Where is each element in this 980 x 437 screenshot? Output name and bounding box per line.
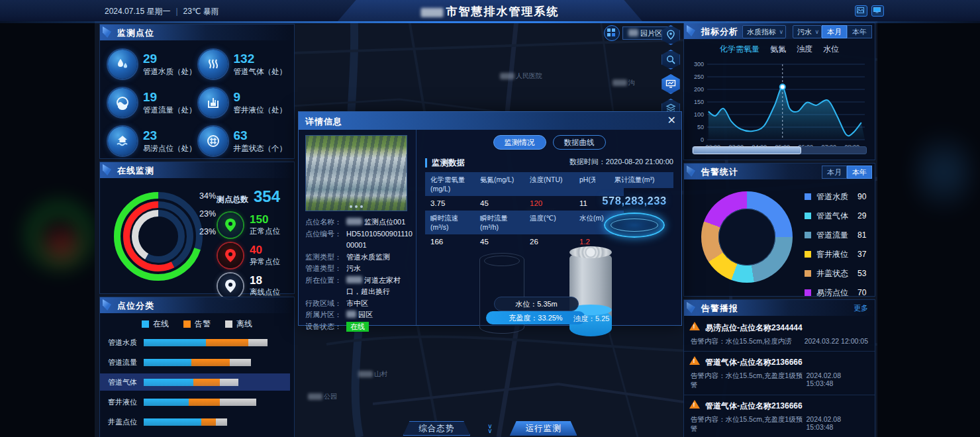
fullness-pill: 充盈度：33.25% — [486, 311, 585, 324]
map-place-label: 公园 — [308, 392, 337, 401]
legend-item[interactable]: 窨井液位37 — [805, 246, 866, 262]
normal-points-stat[interactable]: 150正常点位 — [218, 213, 280, 238]
col-header: 氨氮(mg/L) — [475, 172, 524, 196]
month-button[interactable]: 本月 — [822, 166, 847, 179]
stat-value: 29 — [143, 52, 197, 66]
bar-legend-item[interactable]: 在线 — [142, 318, 169, 330]
total-flow-label: 累计流量(m³) — [595, 172, 673, 188]
site-photo[interactable] — [305, 135, 407, 211]
manhole-icon — [199, 126, 228, 156]
edge-glow-green — [20, 192, 99, 278]
legend-item[interactable]: 井盖状态53 — [805, 266, 866, 281]
cell-value: 45 — [475, 196, 524, 211]
offline-points-stat[interactable]: 18离线点位 — [218, 273, 280, 299]
total-flow-widget: 累计流量(m³) 578,283,233 — [595, 172, 673, 238]
stat-value: 23 — [143, 129, 197, 142]
col-header: 瞬时流速(m³/s) — [425, 211, 475, 234]
stat-well-level[interactable]: 9窨井液位（处） — [199, 88, 289, 117]
bar-row[interactable]: 井盖点位 — [108, 414, 285, 429]
grid-icon — [604, 25, 620, 41]
offline-pin-icon — [218, 273, 243, 299]
district-selector[interactable]: 园片区 — [604, 26, 668, 40]
col-header: 瞬时流量(m³/h) — [475, 211, 524, 234]
col-header: 浊度(NTU) — [524, 172, 574, 196]
warning-icon — [689, 400, 700, 409]
legend-item[interactable]: 易涝点位70 — [805, 285, 866, 301]
tab-data-curve[interactable]: 数据曲线 — [553, 135, 606, 150]
close-icon[interactable]: ✕ — [667, 114, 676, 126]
normal-pin-icon — [218, 213, 243, 238]
picture-icon[interactable] — [855, 5, 867, 17]
abnormal-points-stat[interactable]: 40异常点位 — [218, 243, 280, 268]
map-place-label: 沟 — [612, 78, 635, 87]
bar-row[interactable]: 窨井液位 — [108, 395, 285, 409]
bar-row[interactable]: 管道气体 — [108, 375, 285, 389]
tab-nh3n[interactable]: 氨氮 — [770, 44, 786, 55]
tab-overall-situation[interactable]: 综合态势 — [403, 421, 470, 436]
legend-item[interactable]: 管道水质90 — [805, 189, 866, 205]
stat-pipe-flow[interactable]: 19管道流量（处） — [108, 88, 199, 117]
stat-pipe-water-quality[interactable]: 29管道水质（处） — [108, 50, 199, 79]
cell-value: 3.75 — [425, 196, 475, 211]
chevron-down-icon[interactable]: ∨∨ — [487, 424, 492, 433]
tab-operation-monitor[interactable]: 运行监测 — [510, 421, 577, 436]
detail-modal: 详情信息 ✕ 点位名称：监测点位001 点位编号：HD5101050090111… — [298, 111, 682, 326]
online-rings-chart — [107, 182, 213, 288]
stat-label: 井盖状态（个） — [234, 144, 287, 154]
water-quality-icon — [108, 50, 137, 79]
stacked-bar-chart: 管道水质 管道流量 管道气体 窨井液位 井盖点位 易涝点位 0 20 40 60… — [100, 335, 294, 437]
alarm-item[interactable]: 管道气体-点位名称2136666 告警内容：水位15.5cm,充盈度1级预警20… — [684, 352, 875, 395]
tab-turbidity[interactable]: 浊度 — [797, 44, 812, 55]
stat-value: 9 — [234, 91, 287, 104]
svg-text:250: 250 — [694, 73, 704, 80]
smart-drainage-dashboard: { "header": { "date": "2024.07.15 星期一", … — [0, 0, 980, 437]
stat-manhole-status[interactable]: 63井盖状态（个） — [199, 126, 289, 156]
year-button[interactable]: 本年 — [847, 166, 872, 179]
alarm-item[interactable]: 易涝点位-点位名称2344444 告警内容：水位15.5cm,轻度内涝2024.… — [684, 317, 875, 352]
more-link[interactable]: 更多 — [854, 303, 868, 313]
indicator-type-select[interactable]: 水质指标 — [742, 25, 786, 38]
water-level-pill: 水位：5.35m — [494, 297, 579, 311]
legend-item[interactable]: 管道流量81 — [805, 227, 866, 243]
stat-label: 管道流量（处） — [143, 105, 197, 115]
stat-label: 易涝点位（处） — [143, 144, 197, 154]
locate-tool-button[interactable] — [661, 25, 681, 45]
water-type-select[interactable]: 污水 — [793, 25, 822, 38]
panel-title: 告警播报 — [701, 303, 738, 315]
svg-text:150: 150 — [694, 99, 704, 105]
datazoom-slider[interactable] — [692, 146, 867, 154]
bar-row[interactable]: 管道流量 — [108, 355, 285, 369]
bar-legend-item[interactable]: 离线 — [225, 318, 252, 330]
field-row: 设备状态：在线 — [305, 321, 416, 333]
screen-icon[interactable] — [871, 5, 884, 17]
bar-legend-item[interactable]: 告警 — [183, 318, 211, 330]
tab-cod[interactable]: 化学需氧量 — [720, 44, 760, 55]
photo-carousel-dots[interactable] — [350, 205, 363, 208]
date-text: 2024.07.15 星期一 — [105, 7, 170, 16]
status-badge: 在线 — [346, 322, 369, 332]
legend-item[interactable]: 管道气体29 — [805, 208, 866, 224]
bar-row[interactable]: 管道水质 — [108, 335, 285, 350]
stat-value: 150 — [250, 214, 280, 226]
search-tool-button[interactable] — [661, 50, 681, 70]
tab-water-level[interactable]: 水位 — [823, 44, 839, 55]
bar-row[interactable]: 易涝点位 — [108, 434, 285, 437]
month-button[interactable]: 本月 — [822, 25, 847, 38]
site-fields: 点位名称：监测点位001 点位编号：HD5101050090111000001 … — [305, 217, 416, 332]
panel-alarm-stats: 告警统计 本月 本年 管道水质90 管道气体29 管道流量81 窨井液位37 井… — [683, 163, 875, 297]
stat-label: 管道水质（处） — [143, 67, 197, 77]
alarm-item[interactable]: 管道气体-点位名称2136666 告警内容：水位15.5cm,充盈度1级预警20… — [684, 395, 875, 437]
warning-icon — [689, 356, 700, 365]
monitor-tool-button[interactable] — [661, 74, 681, 94]
stat-flood-point[interactable]: 23易涝点位（处） — [108, 126, 199, 156]
year-button[interactable]: 本年 — [847, 25, 872, 38]
tab-monitor-status[interactable]: 监测情况 — [493, 135, 546, 150]
stat-value: 40 — [250, 244, 280, 256]
svg-text:100: 100 — [694, 111, 704, 118]
field-row: 所属片区：园区 — [305, 309, 416, 321]
stat-pipe-gas[interactable]: 132管道气体（处） — [199, 50, 289, 79]
col-header: 化学需氧量(mg/L) — [425, 172, 475, 196]
app-header: 市智慧排水管理系统 2024.07.15 星期一|23℃ 暴雨 — [0, 0, 980, 21]
stat-label: 正常点位 — [250, 226, 280, 236]
field-row: 点位名称：监测点位001 — [305, 217, 416, 228]
